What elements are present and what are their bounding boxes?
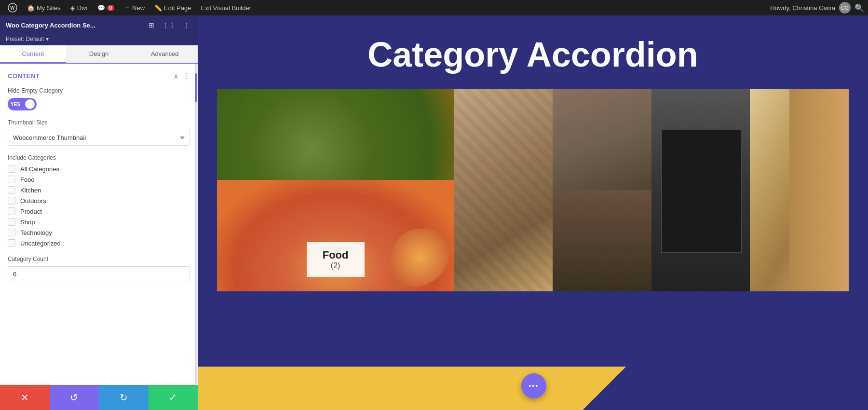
include-categories-field: Include Categories All Categories Food [8,154,190,247]
cancel-button[interactable]: ✕ [0,385,50,410]
food-label-count: (2) [318,261,353,270]
scrollbar-track[interactable] [195,64,197,385]
checkbox-technology[interactable] [8,229,15,236]
hide-empty-toggle[interactable]: YES [8,98,37,110]
scrollbar-thumb[interactable] [195,73,197,102]
admin-bar-right: Howdy, Christina Gwira CG 🔍 [770,2,864,14]
accordion-title: Category Accordion [198,15,868,89]
pencil-icon: ✏️ [154,4,162,12]
section-controls: ∧ ⋮ [174,71,190,81]
new-menu[interactable]: ＋ New [120,0,149,15]
list-item: All Categories [8,165,190,173]
kitchen-image [454,89,553,291]
technology-image-panel[interactable] [651,89,750,291]
edit-page-label: Edit Page [164,4,191,12]
comments-menu[interactable]: 💬 0 [94,0,119,15]
save-button[interactable]: ✓ [149,385,198,410]
undo-button[interactable]: ↺ [50,385,99,410]
house-icon: 🏠 [27,4,35,12]
list-item: Technology [8,229,190,236]
my-sites-menu[interactable]: 🏠 My Sites [23,0,65,15]
floating-dots-icon: ••• [529,382,539,390]
panel-grid-icon[interactable]: ⋮⋮ [160,20,177,30]
panel-header-icons: ⊞ ⋮⋮ ⋮ [147,20,192,30]
category-label-kitchen: Kitchen [20,187,41,194]
checkbox-uncategorized[interactable] [8,239,15,247]
tab-design[interactable]: Design [66,45,132,64]
main-layout: Woo Category Accordion Se... ⊞ ⋮⋮ ⋮ Pres… [0,15,868,410]
thumbnail-size-field: Thumbnail Size Woocommerce Thumbnail [8,119,190,146]
image-grid: Food (2) [217,89,849,291]
category-count-field: Category Count [8,256,190,282]
category-label-all: All Categories [20,165,59,173]
checkbox-shop[interactable] [8,218,15,226]
tabs-row: Content Design Advanced [0,45,198,64]
section-title: Content [8,72,40,80]
panel-settings-icon[interactable]: ⊞ [147,20,156,30]
outdoors-image [553,89,651,291]
list-item: Product [8,207,190,215]
new-label: New [132,4,145,12]
collapse-icon[interactable]: ∧ [174,72,178,80]
technology-image [651,89,750,291]
edit-page-link[interactable]: ✏️ Edit Page [150,0,195,15]
divi-icon: ◈ [70,4,75,12]
checkbox-all-categories[interactable] [8,165,15,173]
food-label-overlay: Food (2) [307,242,365,277]
checkbox-food[interactable] [8,176,15,183]
svg-text:W: W [10,5,15,11]
preset-label[interactable]: Preset: Default ▾ [6,36,49,42]
tab-advanced[interactable]: Advanced [132,45,198,64]
my-sites-label: My Sites [37,4,61,12]
comment-badge: 0 [107,5,115,11]
comment-icon: 💬 [97,4,105,12]
list-item: Kitchen [8,186,190,194]
kitchen-image-panel[interactable] [454,89,553,291]
checkbox-product[interactable] [8,207,15,215]
redo-button[interactable]: ↻ [99,385,149,410]
search-icon[interactable]: 🔍 [854,3,864,13]
canvas-area: Category Accordion Food (2) [198,15,868,410]
undo-icon: ↺ [70,392,78,403]
category-label-product: Product [20,208,42,215]
admin-bar: W 🏠 My Sites ◈ Divi 💬 0 ＋ New ✏️ Edit Pa… [0,0,868,15]
toggle-knob [25,99,35,109]
tab-content[interactable]: Content [0,45,66,64]
category-label-food: Food [20,176,35,183]
save-icon: ✓ [169,392,177,403]
redo-icon: ↻ [120,392,128,403]
list-item: Food [8,176,190,183]
include-categories-label: Include Categories [8,154,190,161]
list-item: Outdoors [8,197,190,205]
outdoors-image-panel[interactable] [553,89,651,291]
thumbnail-size-label: Thumbnail Size [8,119,190,126]
toggle-wrap: YES [8,98,190,110]
floating-action-button[interactable]: ••• [521,373,546,398]
exit-builder-link[interactable]: Exit Visual Builder [197,0,255,15]
panel-content: Content ∧ ⋮ Hide Empty Category YES [0,64,198,385]
section-header: Content ∧ ⋮ [8,71,190,81]
category-label-uncategorized: Uncategorized [20,240,61,247]
bottom-action-bar: ✕ ↺ ↻ ✓ [0,385,198,410]
cancel-icon: ✕ [21,392,29,403]
checkbox-kitchen[interactable] [8,186,15,194]
thumbnail-size-select[interactable]: Woocommerce Thumbnail [8,130,190,146]
panel-header: Woo Category Accordion Se... ⊞ ⋮⋮ ⋮ [0,15,198,35]
panel-more-icon[interactable]: ⋮ [181,20,192,30]
furniture-image-panel[interactable] [750,89,849,291]
avatar[interactable]: CG [839,2,851,14]
checkbox-outdoors[interactable] [8,197,15,205]
section-options-icon[interactable]: ⋮ [182,71,190,81]
panel-scroll-wrap: Content ∧ ⋮ Hide Empty Category YES [0,64,198,385]
food-label-name: Food [318,249,353,261]
list-item: Uncategorized [8,239,190,247]
food-image-panel[interactable]: Food (2) [217,89,454,291]
furniture-image [750,89,849,291]
category-count-input[interactable] [8,266,190,282]
wp-logo[interactable]: W [4,0,21,15]
category-label-outdoors: Outdoors [20,197,46,205]
exit-builder-label: Exit Visual Builder [201,4,251,12]
hide-empty-label: Hide Empty Category [8,87,190,94]
checkbox-list: All Categories Food Kitchen Outdoor [8,165,190,247]
divi-menu[interactable]: ◈ Divi [67,0,92,15]
